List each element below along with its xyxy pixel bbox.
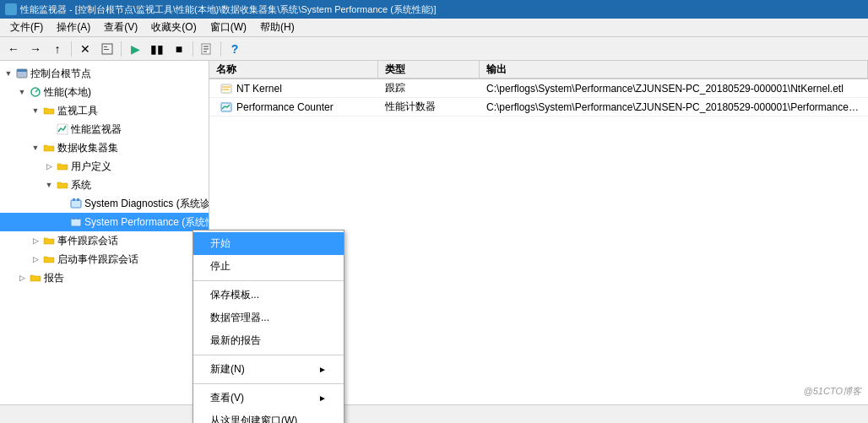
toolbar: ← → ↑ ✕ ▶ ▮▮ ■ ?: [0, 37, 868, 61]
toolbar-stop[interactable]: ■: [169, 40, 189, 58]
toolbar-back[interactable]: ←: [3, 40, 24, 58]
tree-item-data-collectors[interactable]: ▼ 数据收集器集: [0, 138, 209, 157]
menu-help[interactable]: 帮助(H): [253, 19, 301, 36]
list-row[interactable]: NT Kernel 跟踪 C:\perflogs\System\Performa…: [209, 79, 868, 98]
watermark: @51CTO博客: [804, 385, 861, 398]
folder-icon: [56, 178, 69, 192]
row-output: C:\perflogs\System\Performance\ZJUNSEN-P…: [480, 100, 868, 115]
ctx-latest-report[interactable]: 最新的报告: [193, 329, 344, 352]
expand-icon[interactable]: ▼: [42, 178, 56, 192]
svg-rect-13: [73, 198, 75, 201]
ctx-sep3: [193, 383, 344, 384]
folder-icon: [29, 271, 42, 285]
toolbar-properties[interactable]: [97, 40, 117, 58]
ctx-sep1: [193, 280, 344, 281]
counter-icon: [220, 100, 233, 114]
ctx-create-window[interactable]: 从这里创建窗口(W): [193, 409, 344, 423]
toolbar-play[interactable]: ▶: [125, 40, 145, 58]
chart-icon: [56, 122, 69, 136]
tree-label: 报告: [44, 270, 209, 285]
toolbar-sep2: [121, 41, 122, 57]
folder-icon: [56, 160, 69, 173]
window-title: 性能监视器 - [控制台根节点\监视工具\性能(本地)\数据收集器集\系统\Sy…: [20, 3, 437, 16]
list-row[interactable]: Performance Counter 性能计数器 C:\perflogs\Sy…: [209, 98, 868, 117]
status-bar: [0, 404, 868, 423]
ctx-start[interactable]: 开始: [193, 232, 344, 255]
expand-icon[interactable]: ▷: [42, 160, 56, 173]
tree-label: 事件跟踪会话: [57, 233, 209, 248]
svg-line-10: [35, 89, 38, 92]
tree-label: 数据收集器集: [57, 140, 209, 155]
root-icon: [15, 67, 29, 80]
expand-icon[interactable]: ▷: [15, 271, 29, 285]
ctx-data-manager[interactable]: 数据管理器...: [193, 306, 344, 329]
tree-label: System Performance (系统性能): [84, 214, 209, 230]
tree-label: 用户定义: [71, 159, 209, 174]
col-header-type[interactable]: 类型: [378, 61, 480, 78]
menu-view[interactable]: 查看(V): [97, 19, 144, 36]
row-type: 跟踪: [378, 79, 480, 97]
toolbar-up[interactable]: ↑: [47, 40, 68, 58]
tree-item-perf-local[interactable]: ▼ 性能(本地): [0, 83, 209, 101]
tree-item-system[interactable]: ▼ 系统: [0, 176, 209, 194]
svg-rect-8: [17, 69, 27, 72]
folder-icon: [42, 104, 56, 117]
col-header-name[interactable]: 名称: [209, 61, 378, 78]
expand-icon[interactable]: ▼: [2, 67, 15, 80]
toolbar-delete[interactable]: ✕: [75, 40, 95, 58]
set-icon: [69, 197, 83, 210]
svg-rect-2: [104, 49, 109, 50]
tree-item-user-def[interactable]: ▷ 用户定义: [0, 157, 209, 176]
toolbar-new[interactable]: [197, 40, 217, 58]
tree-item-perf-monitor[interactable]: ▷ 性能监视器: [0, 120, 209, 138]
col-header-output[interactable]: 输出: [480, 61, 868, 78]
menu-window[interactable]: 窗口(W): [203, 19, 253, 36]
expand-icon[interactable]: ▷: [29, 234, 42, 247]
tree-label: 性能(本地): [44, 84, 209, 100]
tree-item-event-trace[interactable]: ▷ 事件跟踪会话: [0, 231, 209, 250]
expand-icon[interactable]: ▷: [29, 252, 42, 266]
svg-rect-16: [73, 217, 75, 220]
toolbar-forward[interactable]: →: [25, 40, 46, 58]
app-icon: [5, 3, 17, 15]
submenu-arrow: ►: [318, 393, 327, 403]
expand-icon[interactable]: ▼: [29, 141, 42, 155]
tree-item-root[interactable]: ▼ 控制台根节点: [0, 64, 209, 83]
ctx-save-template[interactable]: 保存模板...: [193, 284, 344, 306]
set-icon: [69, 215, 83, 229]
row-name: NT Kernel: [236, 83, 282, 95]
toolbar-pause[interactable]: ▮▮: [147, 40, 167, 58]
tree-item-sys-diag[interactable]: ▷ System Diagnostics (系统诊断): [0, 194, 209, 213]
toolbar-sep1: [71, 41, 72, 57]
menu-file[interactable]: 文件(F): [3, 19, 50, 36]
svg-rect-17: [77, 217, 79, 220]
ctx-view[interactable]: 查看(V) ►: [193, 387, 344, 409]
ctx-stop[interactable]: 停止: [193, 255, 344, 278]
perf-icon: [29, 85, 42, 99]
svg-rect-15: [71, 219, 81, 226]
folder-icon: [42, 234, 56, 247]
tree-panel: ▼ 控制台根节点 ▼ 性能(本地) ▼ 监视工具: [0, 61, 209, 404]
tree-label: System Diagnostics (系统诊断): [84, 196, 209, 211]
tree-item-reports[interactable]: ▷ 报告: [0, 268, 209, 287]
tree-label: 监视工具: [57, 103, 209, 118]
menu-bar: 文件(F) 操作(A) 查看(V) 收藏夹(O) 窗口(W) 帮助(H): [0, 19, 868, 37]
list-header: 名称 类型 输出: [209, 61, 868, 79]
trace-icon: [220, 82, 233, 95]
tree-item-monitor-tools[interactable]: ▼ 监视工具: [0, 101, 209, 120]
row-output: C:\perflogs\System\Performance\ZJUNSEN-P…: [480, 81, 868, 96]
tree-label: 系统: [71, 177, 209, 193]
tree-label: 启动事件跟踪会话: [57, 252, 209, 267]
tree-item-sys-perf[interactable]: ▷ System Performance (系统性能): [0, 213, 209, 231]
menu-favorites[interactable]: 收藏夹(O): [144, 19, 203, 36]
expand-icon[interactable]: ▼: [29, 104, 42, 117]
folder-icon: [42, 141, 56, 155]
ctx-new[interactable]: 新建(N) ►: [193, 358, 344, 381]
row-type: 性能计数器: [378, 98, 480, 116]
menu-action[interactable]: 操作(A): [50, 19, 97, 36]
toolbar-help[interactable]: ?: [225, 40, 245, 58]
tree-item-startup-event[interactable]: ▷ 启动事件跟踪会话: [0, 250, 209, 268]
svg-rect-14: [77, 198, 79, 201]
expand-icon[interactable]: ▼: [15, 85, 29, 99]
toolbar-sep4: [220, 41, 221, 57]
